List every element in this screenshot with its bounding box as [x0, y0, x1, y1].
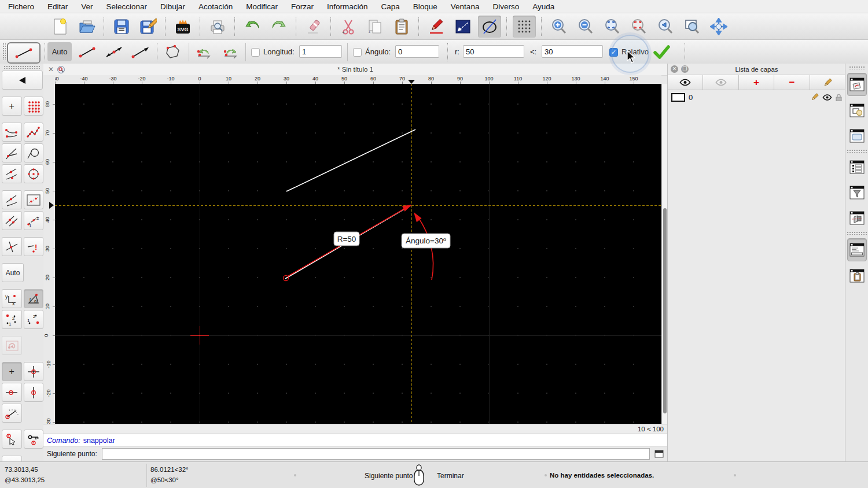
snap-tangent-button[interactable] [24, 143, 44, 162]
menu-acotacion[interactable]: Acotación [198, 2, 233, 11]
menu-ver[interactable]: Ver [81, 2, 93, 11]
block-list-toggle[interactable] [848, 99, 866, 121]
horizontal-scrollbar[interactable]: 10 < 100 [43, 424, 667, 434]
new-document-button[interactable] [49, 16, 72, 38]
viewport-panel-toggle[interactable] [848, 207, 866, 229]
polyline-tool-button[interactable] [451, 16, 475, 38]
command-line-toggle[interactable] [847, 238, 867, 261]
lock-relative-zero-button[interactable] [24, 430, 44, 449]
add-layer-button[interactable]: + [739, 75, 774, 90]
longitud-input[interactable] [299, 45, 342, 58]
snap-reference-button[interactable] [24, 190, 44, 209]
menu-informacion[interactable]: Información [327, 2, 368, 11]
toolbar-handle[interactable] [3, 65, 40, 69]
close-panel-icon[interactable]: ✕ [671, 65, 678, 73]
menu-fichero[interactable]: Fichero [8, 2, 34, 11]
snap-endpoints-button[interactable] [2, 123, 22, 142]
undock-panel-icon[interactable]: ❐ [681, 65, 689, 73]
menu-editar[interactable]: Editar [47, 2, 68, 11]
snap-center-button[interactable] [24, 164, 44, 183]
grid-toggle-button[interactable] [513, 16, 536, 38]
longitud-checkbox[interactable] [251, 48, 260, 57]
restrict-angle-button[interactable] [2, 404, 22, 423]
tab-title[interactable]: * Sin título 1 [43, 66, 667, 73]
undo-button[interactable] [241, 16, 264, 38]
angle-input[interactable] [542, 45, 603, 58]
restrict-nothing-button[interactable]: ! [24, 237, 44, 256]
restrict-orthogonal-button[interactable] [24, 362, 44, 381]
paste-button[interactable] [390, 16, 413, 38]
menu-bloque[interactable]: Bloque [413, 2, 437, 11]
toolbar-handle[interactable] [849, 66, 865, 69]
zoom-previous-button[interactable] [627, 16, 650, 38]
library-browser-toggle[interactable] [848, 125, 866, 147]
snap-free-button[interactable]: + [2, 97, 22, 116]
line-two-points-button[interactable] [75, 42, 100, 61]
clipboard-panel-toggle[interactable] [848, 265, 866, 287]
line-arrow-button[interactable] [128, 42, 153, 61]
draft-mode-button[interactable] [478, 16, 501, 38]
layer-row[interactable]: 0 [668, 90, 845, 104]
polygon-button[interactable] [160, 42, 186, 61]
eye-icon[interactable] [822, 94, 832, 101]
snap-nearest-button[interactable] [2, 190, 22, 209]
save-as-button[interactable] [137, 16, 160, 38]
previous-view-button[interactable] [654, 16, 677, 38]
auto-tool-button[interactable]: Auto [47, 42, 72, 61]
relative-cartesian-button[interactable]: 12 [2, 310, 22, 329]
pencil-icon[interactable] [811, 93, 819, 101]
menu-dibujar[interactable]: Dibujar [160, 2, 185, 11]
selection-filter-toggle[interactable] [848, 182, 866, 204]
confirm-button[interactable] [650, 42, 672, 61]
remove-layer-button[interactable]: − [774, 75, 810, 90]
drawing-canvas[interactable]: R=50 Ángulo=30º [55, 84, 661, 424]
r-input[interactable] [463, 45, 524, 58]
menu-diverso[interactable]: Diverso [492, 2, 519, 11]
redo-button[interactable] [267, 16, 290, 38]
hide-all-layers-button[interactable] [703, 75, 738, 90]
print-preview-button[interactable] [206, 16, 229, 38]
sequence-redo-button[interactable] [219, 42, 243, 61]
restrict-free-button[interactable]: + [2, 362, 22, 381]
zoom-auto-button[interactable] [601, 16, 624, 38]
menu-seleccionar[interactable]: Seleccionar [106, 2, 148, 11]
menu-ayuda[interactable]: Ayuda [532, 2, 554, 11]
menu-capa[interactable]: Capa [381, 2, 400, 11]
snap-parallel-button[interactable] [2, 211, 22, 230]
snap-perpendicular-button[interactable] [2, 143, 22, 162]
copy-button[interactable]: + [363, 16, 387, 38]
angulo-checkbox[interactable] [353, 48, 362, 57]
cut-button[interactable]: + [337, 16, 360, 38]
command-input[interactable] [102, 448, 650, 460]
relative-polar-button[interactable]: 12 [24, 310, 44, 329]
vertical-scrollbar-thumb[interactable] [663, 208, 667, 413]
snap-distance-button[interactable]: 12 [24, 211, 44, 230]
set-relative-zero-button[interactable] [2, 430, 22, 449]
menu-ventana[interactable]: Ventana [451, 2, 480, 11]
detach-command-icon[interactable] [654, 450, 664, 458]
save-button[interactable] [110, 16, 133, 38]
coordinate-cartesian-button[interactable]: yx [2, 289, 22, 308]
delete-button[interactable] [302, 16, 325, 38]
snap-grid-button[interactable] [24, 97, 44, 116]
draw-button[interactable] [425, 16, 448, 38]
restrict-horizontal-button[interactable] [2, 383, 22, 402]
back-button[interactable] [2, 71, 43, 90]
layer-color-swatch[interactable] [671, 93, 685, 102]
line-angle-button[interactable] [102, 42, 126, 61]
snap-middle-button[interactable] [2, 164, 22, 183]
zoom-in-button[interactable] [547, 16, 571, 38]
zoom-window-button[interactable] [681, 16, 704, 38]
toolbar-handle[interactable] [2, 43, 6, 60]
lock-icon[interactable] [836, 94, 842, 101]
current-tool-button[interactable] [7, 42, 41, 64]
snap-on-entity-button[interactable] [24, 123, 44, 142]
sequence-undo-button[interactable] [192, 42, 216, 61]
coordinate-polar-button[interactable]: ra [24, 289, 44, 308]
snap-auto-button[interactable]: Auto [2, 263, 24, 282]
open-button[interactable] [75, 16, 98, 38]
menu-forzar[interactable]: Forzar [291, 2, 314, 11]
edit-layer-button[interactable] [810, 75, 845, 90]
pan-button[interactable] [707, 16, 730, 38]
export-svg-button[interactable]: SVG [171, 16, 194, 38]
